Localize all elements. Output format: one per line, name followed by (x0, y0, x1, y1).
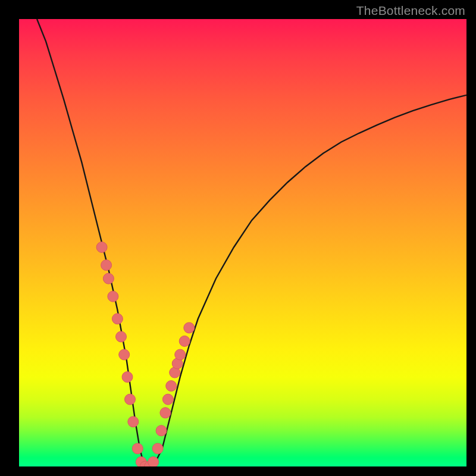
dot (112, 314, 123, 324)
dot (148, 457, 159, 467)
plot-area (19, 19, 466, 466)
dot (160, 408, 171, 418)
dot (162, 394, 173, 405)
dot (175, 349, 186, 360)
dot (122, 372, 133, 383)
dot (184, 322, 195, 333)
highlight-dots (96, 242, 195, 467)
curve-layer (19, 19, 466, 466)
watermark-text: TheBottleneck.com (356, 4, 465, 18)
dot (101, 260, 112, 271)
dot (166, 381, 177, 392)
dot (116, 331, 127, 342)
dot (152, 443, 163, 454)
dot (96, 242, 107, 253)
dot (125, 394, 136, 405)
dot (128, 416, 139, 427)
dot (132, 443, 143, 454)
dot (103, 273, 114, 284)
dot (156, 425, 167, 436)
dot (179, 336, 190, 346)
chart-frame: TheBottleneck.com (0, 0, 476, 476)
dot (108, 291, 118, 302)
dot (119, 349, 130, 360)
